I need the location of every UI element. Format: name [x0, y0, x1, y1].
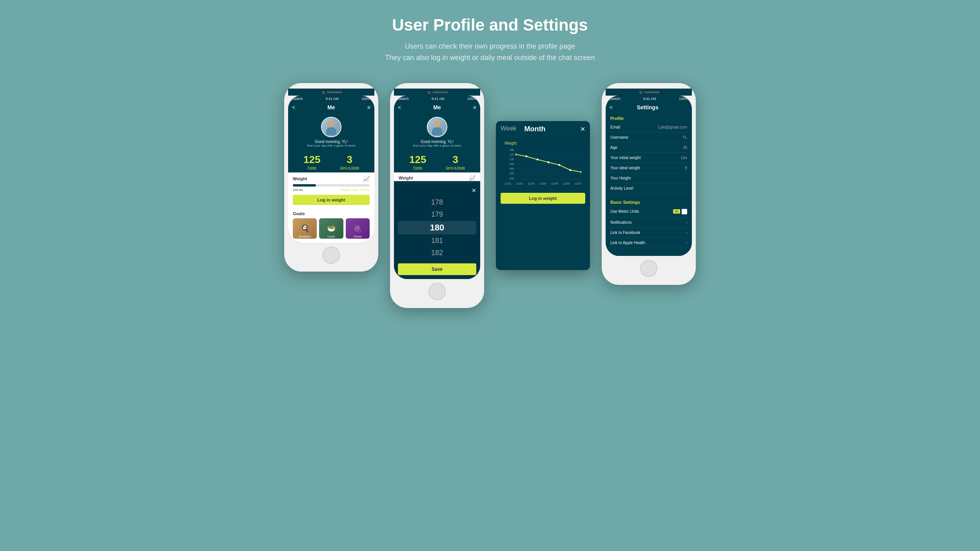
phone-1-goals-section: Goals 🍳 Breakfast 🥗 Lunch 🍇 Dinner [288, 208, 374, 243]
phone-4-facebook-chevron: › [686, 230, 687, 235]
phone-1-lunch-label: Lunch [319, 235, 343, 238]
phone-2-picker-179[interactable]: 179 [398, 209, 476, 220]
phone-4-notifications-chevron: › [686, 220, 687, 225]
phone-3-chart-svg [515, 149, 581, 180]
phone-2-navbar: < Me ≡ [394, 102, 480, 113]
phone-4-row-ideal-weight: Your ideal weight ft [606, 163, 692, 173]
phone-2-points-number: 125 [409, 154, 426, 166]
phone-2-picker-close-row: ✕ [398, 187, 476, 194]
phone-1-status-bar: Sketch 9:41 AM 100% [288, 96, 374, 102]
phone-2-status-bar: Sketch 9:41 AM 100% [394, 96, 480, 102]
phone-4-row-metric[interactable]: Use Metric Units On [606, 206, 692, 218]
svg-point-10 [548, 161, 550, 163]
phone-1-streak-days: Days [340, 166, 347, 169]
phone-3-tabs: Week Month [501, 125, 546, 133]
phone-2-stats-row: 125 Points 3 Days of Streak [394, 150, 480, 172]
phone-2-streak-of: of Streak [454, 166, 465, 169]
phone-1-breakfast-label: Breakfast [293, 235, 317, 238]
svg-point-13 [581, 171, 581, 173]
phone-1-points-number: 125 [303, 154, 320, 166]
phone-2-picker-180[interactable]: 180 [398, 221, 476, 234]
phone-1-streak-of: of Streak [348, 166, 359, 169]
phone-1-camera [322, 91, 325, 94]
svg-point-8 [526, 155, 528, 157]
phone-1-nav-title: Me [327, 104, 335, 111]
phone-4-row-notifications[interactable]: Notifications › [606, 218, 692, 228]
svg-point-11 [559, 164, 561, 166]
phone-2-menu-icon[interactable]: ≡ [473, 104, 476, 111]
phone-4-back-icon[interactable]: < [610, 104, 613, 111]
phone-3-close-icon[interactable]: ✕ [580, 125, 585, 133]
phone-4-row-facebook[interactable]: Link to Facebook › [606, 228, 692, 238]
phone-2-time: 9:41 AM [432, 97, 445, 101]
phone-4-row-activity: Activity Level [606, 183, 692, 194]
phone-2-streak-days: Days [446, 166, 453, 169]
phone-2-picker-178[interactable]: 178 [398, 197, 476, 208]
phone-2-picker-181[interactable]: 181 [398, 235, 476, 246]
phone-4-apple-health-chevron: › [686, 241, 687, 245]
phone-1-weight-label: Weight [293, 176, 307, 181]
phone-1-dinner-label: Dinner [346, 235, 370, 238]
phone-4-settings-nav: < Settings [606, 102, 692, 113]
phone-4-basic-section-title: Basic Settings [606, 197, 692, 206]
phone-1-streak-number: 3 [340, 154, 359, 166]
phone-1-carrier: Sketch [292, 97, 303, 101]
phone-1-stats-row: 125 Points 3 Days of Streak [288, 150, 374, 172]
phone-4-metric-toggle[interactable]: On [673, 209, 687, 214]
page-title: User Profile and Settings [392, 16, 588, 34]
phone-1-points-stat: 125 Points [303, 154, 320, 169]
phone-4-row-age: Age 30 [606, 143, 692, 153]
phone-2-picker-182[interactable]: 182 [398, 247, 476, 259]
page-subtitle: Users can check their own progress in th… [385, 41, 595, 63]
phone-2-camera [428, 91, 431, 94]
phone-3-chart-title: Weight [505, 141, 581, 145]
phone-3-nav: Week Month ✕ [496, 121, 590, 133]
phone-2-weight-label: Weight [399, 176, 413, 180]
phone-3-log-weight-btn[interactable]: Log in weight [501, 193, 585, 204]
phone-1-back-icon[interactable]: < [292, 104, 295, 111]
phone-1-menu-icon[interactable]: ≡ [367, 104, 370, 111]
phone-1-greeting: Good morning, YL! Start your day with a … [307, 140, 356, 147]
phone-1-streak-stat: 3 Days of Streak [340, 154, 359, 169]
phone-2-carrier: Sketch [398, 97, 409, 101]
phone-4: Sketch 9:41 AM 100% < Settings Profile E… [602, 83, 696, 285]
phone-1-battery: 100% [361, 97, 370, 101]
phone-2-streak-number: 3 [446, 154, 465, 166]
phone-4-email-value: Lyle@gmail.com [658, 125, 687, 129]
phone-4-settings-title: Settings [637, 104, 658, 111]
phone-2-save-btn[interactable]: Save [398, 263, 476, 275]
phone-1-lunch-img[interactable]: 🥗 Lunch [319, 218, 343, 239]
phone-3-tab-month[interactable]: Month [524, 125, 546, 133]
phone-2-close-icon[interactable]: ✕ [472, 187, 476, 194]
svg-point-12 [570, 169, 572, 171]
phone-2: Sketch 9:41 AM 100% < Me ≡ [390, 83, 484, 308]
phone-4-battery: 100% [679, 97, 688, 101]
phone-1-breakfast-img[interactable]: 🍳 Breakfast [293, 218, 317, 239]
phone-4-profile-rows: Email Lyle@gmail.com Username YL Age 30 … [606, 122, 692, 194]
phone-3-x-labels: 11/01 11/02 11/03 11/04 11/05 11/06 11/0… [505, 182, 581, 185]
phone-2-chart-icon[interactable]: 📈 [469, 175, 475, 181]
phone-2-greeting-main: Good morning, YL! [413, 140, 462, 144]
phone-1-dinner-img[interactable]: 🍇 Dinner [346, 218, 370, 239]
phone-1-goals-images: 🍳 Breakfast 🥗 Lunch 🍇 Dinner [293, 218, 370, 239]
phone-2-points-label: Points [409, 166, 426, 169]
phone-1-time: 9:41 AM [326, 97, 339, 101]
svg-point-9 [537, 158, 539, 160]
phone-1-avatar [321, 117, 341, 137]
phone-2-home-btn[interactable] [428, 283, 446, 300]
phone-2-picker-numbers: 178 179 180 181 182 [398, 195, 476, 260]
phones-row: Sketch 9:41 AM 100% < Me ≡ [284, 83, 696, 308]
phone-4-row-apple-health[interactable]: Link to Apple Health › [606, 238, 692, 248]
phone-1-goals-label: Goals [293, 211, 370, 216]
phone-2-battery: 100% [467, 97, 476, 101]
phone-1-log-weight-btn[interactable]: Log in weight [293, 195, 370, 205]
phone-1-navbar: < Me ≡ [288, 102, 374, 113]
phone-1-chart-icon[interactable]: 📈 [363, 176, 370, 182]
phone-2-screen: Sketch 9:41 AM 100% < Me ≡ [394, 96, 480, 279]
phone-1-weight-goal: Weight Goal: 170 lbs [341, 188, 370, 192]
phone-3-tab-week[interactable]: Week [501, 125, 517, 133]
phone-1-screen: Sketch 9:41 AM 100% < Me ≡ [288, 96, 374, 243]
phone-1-home-btn[interactable] [323, 246, 340, 264]
phone-4-home-btn[interactable] [640, 260, 657, 277]
phone-2-back-icon[interactable]: < [398, 104, 401, 111]
